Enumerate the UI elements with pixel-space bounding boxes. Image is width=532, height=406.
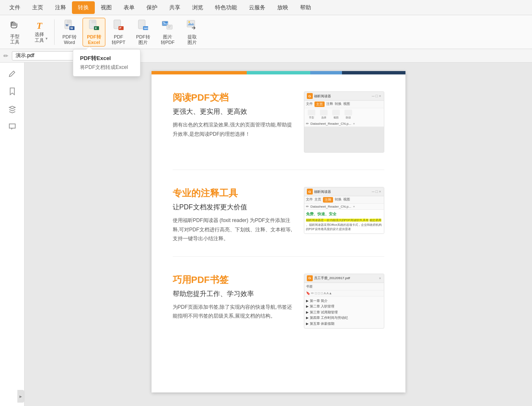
- pdf-to-excel-button[interactable]: X PDF转 Excel: [83, 18, 105, 47]
- svg-text:X: X: [95, 27, 97, 30]
- bookmark-list: ▶第一章 简介 ▶第二章 入职管理 ▶第三章 试用期管理 ▶第四章 工作时间与劳…: [304, 296, 384, 329]
- menu-annotate[interactable]: 注释: [49, 1, 72, 14]
- pdf-section-bookmark: G 员工手册_20120917.pdf × 书签 🔖 ✏ □ □ □ A A▲: [173, 274, 384, 346]
- tab-file-2: 文件: [306, 197, 313, 203]
- hand-icon: [9, 19, 21, 33]
- highlighted-span-2: 稳定易用: [369, 219, 381, 222]
- highlighted-span: 福昕阅读器是一款功能强大的PDF阅读软件,具有: [306, 219, 369, 222]
- bm-btn-1: 🔖 ✏ □ □ □ A A▲: [306, 291, 332, 295]
- tab-home-1: 主页: [314, 102, 325, 107]
- app-btn-hand: 手型: [306, 110, 317, 120]
- app-btn-select: 选择: [318, 110, 329, 120]
- dropdown-desc: 将PDF文档转成Excel: [80, 64, 133, 71]
- menu-view[interactable]: 视图: [95, 1, 118, 14]
- sidebar-layers-button[interactable]: [4, 102, 21, 117]
- menu-browse[interactable]: 浏览: [186, 1, 209, 14]
- app-preview-bookmark: G 员工手册_20120917.pdf × 书签 🔖 ✏ □ □ □ A A▲: [304, 274, 384, 329]
- menu-share[interactable]: 共享: [163, 1, 186, 14]
- menu-home[interactable]: 主页: [26, 1, 49, 14]
- color-bar-orange: [152, 71, 247, 74]
- image-pdf-icon: [161, 19, 174, 34]
- foxit-icon-3: G: [307, 275, 313, 281]
- extract-label: 提取 图片: [187, 34, 197, 45]
- tab-convert-2: 转换: [335, 197, 342, 203]
- bookmark-title-bar: 书签: [304, 283, 384, 291]
- pdf-page: G 福昕阅读器 ─ □ × 文件 主页 注释: [152, 71, 405, 392]
- extract-image-button[interactable]: 提取 图片: [181, 18, 204, 47]
- pdf-ppt-label: PDF 转PPT: [112, 34, 125, 45]
- bookmark-item-1: ▶第一章 简介: [306, 298, 382, 304]
- pdf-word-label: PDF转 Word: [63, 34, 77, 45]
- document-area: G 福昕阅读器 ─ □ × 文件 主页 注释: [25, 63, 532, 406]
- app-file-tab-2: ✏ Datasheet_Reader_CN.p... ×: [304, 204, 384, 210]
- left-sidebar: ►: [0, 63, 25, 406]
- color-bar: [152, 71, 405, 74]
- pdf-section-read: G 福昕阅读器 ─ □ × 文件 主页 注释: [173, 91, 384, 170]
- dropdown-title: PDF转Excel: [80, 55, 133, 62]
- color-bar-blue: [310, 71, 342, 74]
- hand-tool-label: 手型 工具: [10, 34, 19, 45]
- sidebar-edit-button[interactable]: [4, 66, 21, 81]
- pdf-to-word-button[interactable]: W W PDF转 Word: [58, 18, 81, 47]
- color-bar-navy: [342, 71, 405, 74]
- menu-features[interactable]: 特色功能: [209, 1, 243, 14]
- app-btn-print: 朗读: [343, 110, 354, 120]
- hand-tool-button[interactable]: 手型 工具: [3, 18, 26, 47]
- foxit-icon: G: [307, 93, 313, 99]
- menu-convert[interactable]: 转换: [72, 1, 95, 14]
- image-to-pdf-button[interactable]: 图片 转PDF: [156, 18, 179, 47]
- menu-help[interactable]: 帮助: [294, 1, 317, 14]
- bookmark-item-2: ▶第二章 入职管理: [306, 304, 382, 310]
- svg-point-22: [188, 21, 190, 23]
- app-preview-header-2: G 福昕阅读器 ─ □ ×: [304, 187, 384, 196]
- menu-protect[interactable]: 保护: [141, 1, 163, 14]
- app-btn-copy: 截图: [331, 110, 342, 120]
- svg-rect-20: [168, 27, 170, 28]
- pdf-to-image-button[interactable]: IMG PDF转 图片: [132, 18, 154, 47]
- tab-annotate-2: 注释: [323, 197, 333, 203]
- toolbar: 手型 工具 T 选择 工具 ▼ W W PDF转 Word X: [0, 15, 532, 49]
- bookmark-item-4: ▶第四章 工作时间与劳动纪: [306, 315, 382, 321]
- app-preview-header-3: G 员工手册_20120917.pdf ×: [304, 274, 384, 283]
- tab-file-1: 文件: [306, 102, 313, 107]
- pdf-content: G 福昕阅读器 ─ □ × 文件 主页 注释: [152, 74, 405, 379]
- pdf-ppt-icon: P: [112, 19, 125, 34]
- pdf-word-icon: W W: [63, 19, 76, 34]
- select-icon: T: [36, 21, 42, 31]
- tab-view-2: 视图: [343, 197, 350, 203]
- menu-cloud[interactable]: 云服务: [243, 1, 271, 14]
- pdf-to-ppt-button[interactable]: P PDF 转PPT: [107, 18, 130, 47]
- app-name-2: 福昕阅读器: [314, 189, 331, 194]
- menu-forms[interactable]: 表单: [118, 1, 141, 14]
- window-controls-3: ×: [379, 276, 381, 280]
- color-bar-teal: [247, 71, 310, 74]
- menu-present[interactable]: 放映: [271, 1, 294, 14]
- highlight-text: 免费、快速、安全: [306, 211, 382, 217]
- sidebar-bookmark-button[interactable]: [4, 84, 21, 99]
- extract-icon: [186, 19, 198, 34]
- svg-rect-6: [91, 20, 96, 23]
- select-arrow-icon: ▼: [45, 37, 48, 41]
- select-tool-button[interactable]: T 选择 工具 ▼: [28, 18, 51, 47]
- tab-home-2: 主页: [314, 197, 321, 203]
- app-name-3: 员工手册_20120917.pdf: [314, 276, 350, 280]
- app-doc-preview: [304, 127, 384, 152]
- bookmark-toolbar: 🔖 ✏ □ □ □ A A▲: [304, 291, 384, 296]
- toolbar-separator-1: [54, 19, 55, 45]
- annotate-preview-text: 福昕阅读器是一款功能强大的PDF阅读软件,具有 稳定易用 。福昕阅读器采用Off…: [306, 218, 382, 232]
- foxit-icon-2: G: [307, 189, 313, 195]
- app-toolbar-1: 手型 选择 截图: [304, 108, 384, 121]
- window-controls: ─ □ ×: [372, 94, 381, 98]
- window-controls-2: ─ □ ×: [372, 189, 381, 194]
- pdf-excel-label: PDF转 Excel: [87, 34, 101, 45]
- normal-text: 。福昕阅读器采用Office风格的选项卡式，企业和政府机构的PDF设有着高度的设…: [306, 223, 382, 231]
- sidebar-comment-button[interactable]: [4, 119, 21, 134]
- svg-text:W: W: [70, 27, 73, 30]
- pdf-image-label: PDF转 图片: [136, 34, 150, 45]
- pdf-excel-icon: X: [88, 19, 100, 34]
- svg-rect-1: [67, 20, 72, 23]
- tab-view-1: 视图: [343, 102, 350, 107]
- menu-file[interactable]: 文件: [3, 1, 26, 14]
- sidebar-collapse-button[interactable]: ►: [17, 390, 24, 403]
- app-preview-read: G 福昕阅读器 ─ □ × 文件 主页 注释: [304, 91, 384, 153]
